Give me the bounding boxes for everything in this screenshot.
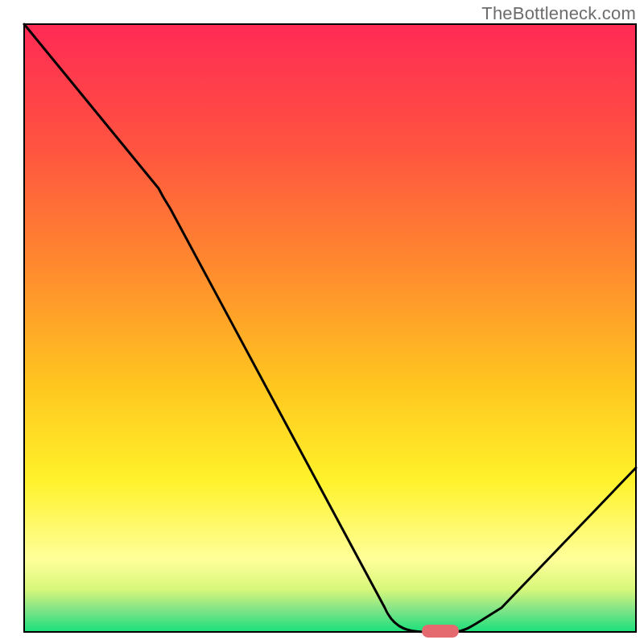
bottleneck-chart: TheBottleneck.com [0,0,644,644]
watermark-text: TheBottleneck.com [481,3,636,24]
chart-svg [0,0,644,644]
plot-area [24,24,636,638]
gradient-background [24,24,636,632]
optimal-region-marker [422,625,459,638]
